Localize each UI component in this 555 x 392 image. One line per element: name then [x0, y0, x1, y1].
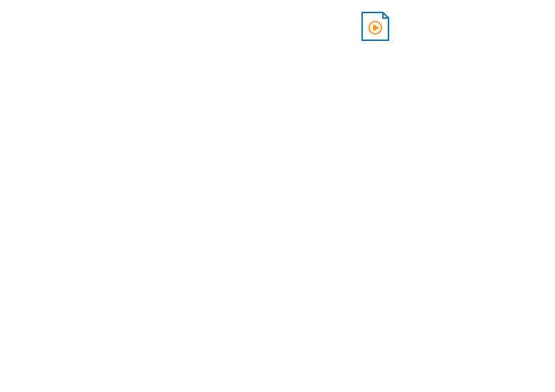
input-file-icon: [362, 12, 388, 40]
